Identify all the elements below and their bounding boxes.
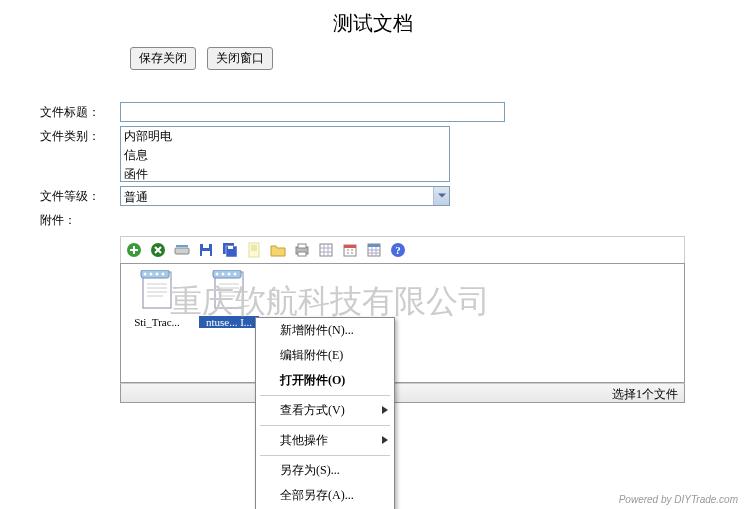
level-select[interactable]: 普通 — [120, 186, 450, 206]
level-value: 普通 — [121, 187, 433, 205]
page-title: 测试文档 — [0, 0, 746, 47]
open-icon[interactable] — [269, 241, 287, 259]
category-label: 文件类别： — [40, 126, 120, 182]
chevron-right-icon — [382, 403, 388, 418]
svg-point-29 — [222, 273, 225, 276]
menu-save-as[interactable]: 另存为(S)... — [256, 458, 394, 483]
chevron-right-icon — [382, 433, 388, 448]
save-close-button[interactable]: 保存关闭 — [130, 47, 196, 70]
svg-point-22 — [144, 273, 147, 276]
svg-text:?: ? — [395, 244, 401, 256]
menu-separator — [260, 395, 390, 396]
save-icon[interactable] — [197, 241, 215, 259]
svg-rect-4 — [203, 244, 209, 248]
menu-edit-attachment[interactable]: 编辑附件(E) — [256, 343, 394, 368]
chevron-down-icon[interactable] — [433, 187, 449, 205]
svg-point-23 — [150, 273, 153, 276]
svg-point-31 — [234, 273, 237, 276]
delete-icon[interactable] — [149, 241, 167, 259]
menu-open-attachment[interactable]: 打开附件(O) — [256, 368, 394, 393]
svg-point-30 — [228, 273, 231, 276]
level-label: 文件等级： — [40, 186, 120, 206]
toolbar: ? — [120, 236, 685, 263]
svg-rect-8 — [228, 246, 233, 249]
notepad-icon — [139, 270, 175, 314]
menu-other-ops[interactable]: 其他操作 — [256, 428, 394, 453]
calendar-icon[interactable] — [341, 241, 359, 259]
list-item[interactable]: 信息 — [121, 146, 449, 165]
menu-add-attachment[interactable]: 新增附件(N)... — [256, 318, 394, 343]
title-input[interactable] — [120, 102, 505, 122]
context-menu: 新增附件(N)... 编辑附件(E) 打开附件(O) 查看方式(V) 其他操作 … — [255, 317, 395, 509]
menu-separator — [260, 425, 390, 426]
button-row: 保存关闭 关闭窗口 — [0, 47, 746, 80]
svg-rect-11 — [298, 244, 306, 248]
help-icon[interactable]: ? — [389, 241, 407, 259]
title-label: 文件标题： — [40, 102, 120, 122]
menu-view-mode[interactable]: 查看方式(V) — [256, 398, 394, 423]
doc-icon[interactable] — [245, 241, 263, 259]
menu-separator — [260, 455, 390, 456]
svg-point-25 — [162, 273, 165, 276]
list-item[interactable]: 内部明电 — [121, 127, 449, 146]
close-window-button[interactable]: 关闭窗口 — [207, 47, 273, 70]
file-label: ntuse... I... — [199, 316, 259, 328]
attachment-editor: ? Sti_Trac... ntuse... I... 选择1个文件 — [120, 236, 685, 403]
svg-rect-12 — [298, 252, 306, 256]
notepad-icon — [211, 270, 247, 314]
grid-icon[interactable] — [365, 241, 383, 259]
svg-rect-15 — [344, 245, 356, 248]
file-panel[interactable]: Sti_Trac... ntuse... I... — [120, 263, 685, 383]
status-bar: 选择1个文件 — [120, 383, 685, 403]
scan-icon[interactable] — [173, 241, 191, 259]
list-item[interactable]: 函件 — [121, 165, 449, 182]
attachment-label: 附件： — [40, 210, 120, 229]
footer-text: Powered by DIYTrade.com — [619, 494, 738, 505]
svg-rect-2 — [175, 248, 189, 254]
print-icon[interactable] — [293, 241, 311, 259]
category-listbox[interactable]: 内部明电 信息 函件 — [120, 126, 450, 182]
spreadsheet-icon[interactable] — [317, 241, 335, 259]
menu-save-all[interactable]: 全部另存(A)... — [256, 483, 394, 508]
add-icon[interactable] — [125, 241, 143, 259]
file-item[interactable]: Sti_Trac... — [127, 270, 187, 376]
saveall-icon[interactable] — [221, 241, 239, 259]
svg-rect-17 — [368, 244, 380, 247]
file-item[interactable]: ntuse... I... — [199, 270, 259, 376]
svg-point-28 — [216, 273, 219, 276]
file-label: Sti_Trac... — [127, 316, 187, 328]
svg-rect-13 — [320, 244, 332, 256]
svg-rect-5 — [202, 251, 210, 256]
svg-point-24 — [156, 273, 159, 276]
